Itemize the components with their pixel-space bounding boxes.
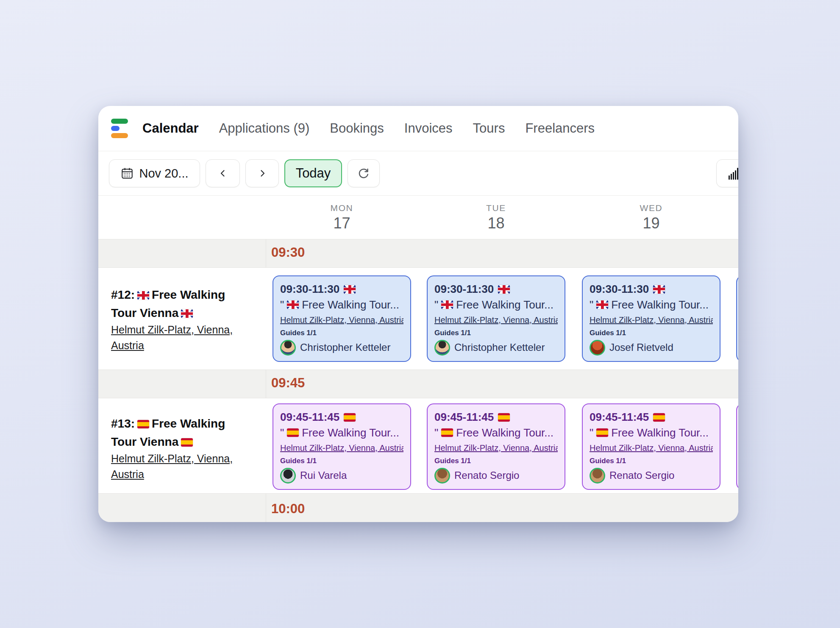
tour-title: #12:Free Walking Tour Vienna xyxy=(111,286,243,322)
nav-item-applications[interactable]: Applications (9) xyxy=(219,121,310,136)
time-band-0945: 09:45 xyxy=(98,370,738,398)
refresh-icon xyxy=(357,167,370,180)
weekday-label: TUE xyxy=(427,202,565,214)
guide-row: Christopher Ketteler xyxy=(434,339,558,356)
event-title: "Free Walking Tour... xyxy=(434,425,558,441)
event-card[interactable]: 09:45-11:45 "Free Walking Tour... Helmut… xyxy=(273,403,411,490)
day-header-row: MON 17 TUE 18 WED 19 xyxy=(98,196,738,239)
event-card[interactable]: 09:45-11:45 "Free Walking Tour... Helmut… xyxy=(427,403,565,490)
spain-flag-icon xyxy=(596,428,608,437)
event-location-link[interactable]: Helmut Zilk-Platz, Vienna, Austria xyxy=(590,313,713,328)
nav-item-bookings[interactable]: Bookings xyxy=(330,121,384,136)
tour-row-label: #12:Free Walking Tour Vienna Helmut Zilk… xyxy=(111,286,243,353)
event-location-link[interactable]: Helmut Zilk-Platz, Vienna, Austria xyxy=(590,441,713,456)
event-card[interactable]: 09:30-11:30 "Free Walking Tour... Helmut… xyxy=(582,275,720,362)
time-slot-label: 09:45 xyxy=(271,375,305,391)
weekday-label: MON xyxy=(273,202,411,214)
guides-count: Guides 1/1 xyxy=(280,328,403,339)
spain-flag-icon xyxy=(181,438,193,447)
stats-button[interactable] xyxy=(716,159,738,187)
quote-mark: " xyxy=(590,425,593,441)
event-title-text: Free Walking Tour... xyxy=(611,425,709,441)
event-location-link[interactable]: Helmut Zilk-Platz, Vienna, Austria xyxy=(434,441,558,456)
column-divider xyxy=(266,494,266,522)
event-time: 09:30-11:30 xyxy=(434,282,558,297)
event-time-text: 09:30-11:30 xyxy=(590,282,649,297)
time-slot-label: 10:00 xyxy=(271,501,305,517)
event-time: 09:45-11:45 xyxy=(280,410,403,425)
uk-flag-icon xyxy=(653,285,665,294)
event-location-link[interactable]: Helmut Zilk-Platz, Vienna, Austria xyxy=(280,441,403,456)
quote-mark: " xyxy=(280,425,284,441)
spain-flag-icon xyxy=(498,413,510,422)
event-card[interactable]: 09:30-11:30 "Free Walking Tour... Helmut… xyxy=(273,275,411,362)
tour-number: #13: xyxy=(111,417,135,430)
guide-row: Renato Sergio xyxy=(434,467,558,484)
calendar-toolbar: Nov 20... Today xyxy=(98,151,738,196)
event-location-link[interactable]: Helmut Zilk-Platz, Vienna, Austria xyxy=(280,313,403,328)
guide-avatar xyxy=(280,340,296,356)
event-card[interactable]: 09:45-11:45 "Free Walking Tour... Helmut… xyxy=(582,403,720,490)
guides-count: Guides 1/1 xyxy=(434,328,558,339)
spain-flag-icon xyxy=(137,420,149,428)
partial-event-card[interactable] xyxy=(736,275,738,362)
event-location-link[interactable]: Helmut Zilk-Platz, Vienna, Austria xyxy=(434,313,558,328)
time-band-1000: 10:00 xyxy=(98,493,738,522)
nav-item-freelancers[interactable]: Freelancers xyxy=(525,121,595,136)
time-band-0930: 09:30 xyxy=(98,239,738,268)
quote-mark: " xyxy=(280,297,284,313)
event-card[interactable]: 09:30-11:30 "Free Walking Tour... Helmut… xyxy=(427,275,565,362)
event-title-text: Free Walking Tour... xyxy=(302,425,399,441)
nav-item-calendar[interactable]: Calendar xyxy=(142,121,199,136)
quote-mark: " xyxy=(590,297,593,313)
event-time: 09:30-11:30 xyxy=(590,282,713,297)
guides-count: Guides 1/1 xyxy=(280,456,403,467)
date-picker-button[interactable]: Nov 20... xyxy=(109,159,200,187)
guide-name: Josef Rietveld xyxy=(609,339,673,356)
uk-flag-icon xyxy=(181,309,193,318)
column-divider xyxy=(266,239,266,267)
event-time-text: 09:45-11:45 xyxy=(280,410,339,425)
tour-location-link[interactable]: Helmut Zilk-Platz, Vienna, Austria xyxy=(111,324,233,351)
day-number: 17 xyxy=(273,214,411,233)
next-period-button[interactable] xyxy=(245,159,279,187)
quote-mark: " xyxy=(434,297,438,313)
logo-bar-green xyxy=(111,119,128,124)
tour-number: #12: xyxy=(111,288,135,301)
guide-row: Josef Rietveld xyxy=(590,339,713,356)
guide-name: Christopher Ketteler xyxy=(454,339,545,356)
app-window: Calendar Applications (9) Bookings Invoi… xyxy=(98,106,738,522)
event-time-text: 09:30-11:30 xyxy=(280,282,339,297)
partial-event-card[interactable] xyxy=(736,403,738,490)
tour-location-link[interactable]: Helmut Zilk-Platz, Vienna, Austria xyxy=(111,453,233,480)
event-time-text: 09:45-11:45 xyxy=(434,410,494,425)
guide-avatar xyxy=(590,340,605,356)
event-time-text: 09:30-11:30 xyxy=(434,282,494,297)
event-title: "Free Walking Tour... xyxy=(280,297,403,313)
nav-item-tours[interactable]: Tours xyxy=(473,121,505,136)
today-button[interactable]: Today xyxy=(284,159,342,187)
calendar-icon xyxy=(120,167,134,180)
top-nav: Calendar Applications (9) Bookings Invoi… xyxy=(98,106,738,151)
guide-avatar xyxy=(434,340,450,356)
event-title: "Free Walking Tour... xyxy=(434,297,558,313)
tour-row-label: #13:Free Walking Tour Vienna Helmut Zilk… xyxy=(111,414,243,482)
app-logo[interactable] xyxy=(111,119,128,138)
uk-flag-icon xyxy=(498,285,510,294)
refresh-button[interactable] xyxy=(348,159,380,187)
uk-flag-icon xyxy=(137,291,149,300)
event-time: 09:45-11:45 xyxy=(434,410,558,425)
day-number: 18 xyxy=(427,214,565,233)
guide-row: Renato Sergio xyxy=(590,467,713,484)
bar-chart-icon xyxy=(728,166,738,181)
previous-period-button[interactable] xyxy=(206,159,240,187)
guide-name: Renato Sergio xyxy=(609,467,674,484)
event-time: 09:45-11:45 xyxy=(590,410,713,425)
guide-name: Renato Sergio xyxy=(454,467,519,484)
guide-name: Christopher Ketteler xyxy=(300,339,390,356)
nav-item-invoices[interactable]: Invoices xyxy=(404,121,453,136)
chevron-left-icon xyxy=(218,168,228,178)
event-title: "Free Walking Tour... xyxy=(590,297,713,313)
uk-flag-icon xyxy=(344,285,356,294)
tour-title: #13:Free Walking Tour Vienna xyxy=(111,414,243,451)
